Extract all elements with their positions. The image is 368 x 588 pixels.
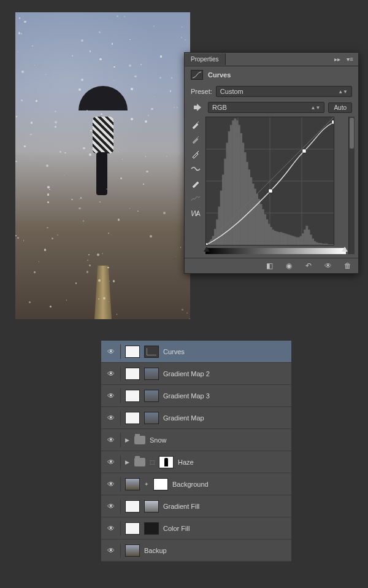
svg-rect-27 — [244, 152, 247, 245]
view-previous-icon[interactable]: ◉ — [283, 261, 294, 270]
layer-thumb[interactable] — [144, 390, 159, 402]
layer-row[interactable]: 👁Gradient Map 3 — [101, 385, 291, 407]
layer-name-label[interactable]: Gradient Map — [163, 414, 286, 422]
panel-footer: ◧ ◉ ↶ 👁 🗑 — [185, 258, 358, 273]
visibility-eye-icon[interactable]: 👁 — [106, 413, 116, 423]
svg-rect-14 — [218, 207, 221, 245]
free-curve-icon[interactable] — [190, 193, 202, 204]
clip-to-layer-icon[interactable]: ◧ — [264, 261, 275, 270]
mask-thumb[interactable] — [125, 522, 140, 535]
output-gradient[interactable] — [205, 248, 346, 254]
panel-tabbar: Properties ▸▸ ▾≡ — [185, 53, 358, 66]
layer-name-label[interactable]: Snow — [150, 436, 286, 444]
layer-row[interactable]: 👁Gradient Map 2 — [101, 363, 291, 385]
layer-thumb[interactable] — [125, 478, 140, 490]
folder-icon — [134, 458, 145, 466]
svg-rect-23 — [236, 120, 239, 245]
properties-panel: Properties ▸▸ ▾≡ Curves Preset: Custom ▲… — [184, 52, 359, 274]
layer-row[interactable]: 👁Gradient Map — [101, 407, 291, 429]
auto-button[interactable]: Auto — [328, 103, 352, 113]
link-icon[interactable]: ⬚ — [150, 459, 155, 465]
eyedropper-gray-icon[interactable] — [190, 134, 202, 145]
layer-name-label[interactable]: Background — [172, 481, 286, 488]
collapse-icon[interactable]: ▸▸ — [334, 56, 340, 63]
properties-tab[interactable]: Properties — [185, 53, 226, 65]
svg-rect-43 — [276, 231, 278, 245]
layer-name-label[interactable]: Haze — [178, 458, 286, 466]
layer-name-label[interactable]: Gradient Map 3 — [163, 392, 286, 400]
layer-name-label[interactable]: Curves — [163, 348, 286, 355]
svg-rect-36 — [262, 209, 264, 245]
layer-row[interactable]: 👁Backup — [101, 540, 291, 562]
svg-rect-55 — [300, 236, 302, 245]
layer-thumb[interactable] — [144, 500, 159, 513]
mask-thumb[interactable] — [125, 412, 140, 424]
visibility-eye-icon[interactable]: 👁 — [106, 546, 116, 555]
link-icon[interactable]: ✦ — [144, 481, 149, 487]
layer-thumb[interactable] — [144, 412, 159, 424]
svg-rect-61 — [312, 239, 314, 245]
preset-value: Custom — [220, 88, 243, 95]
curves-icon — [191, 70, 203, 80]
visibility-eye-icon[interactable]: 👁 — [106, 347, 116, 357]
mask-thumb[interactable] — [125, 500, 140, 513]
layer-row[interactable]: 👁✦Background — [101, 473, 291, 495]
svg-rect-68 — [326, 244, 328, 245]
layer-row[interactable]: 👁Curves — [101, 341, 291, 363]
reset-icon[interactable]: ↶ — [303, 261, 314, 270]
visibility-eye-icon[interactable]: 👁 — [106, 524, 116, 533]
channel-dropdown[interactable]: RGB ▲▼ — [208, 102, 324, 113]
mask-thumb[interactable] — [125, 390, 140, 402]
visibility-eye-icon[interactable]: 👁 — [106, 501, 116, 511]
layer-name-label[interactable]: Gradient Map 2 — [163, 370, 286, 377]
eyedropper-black-icon[interactable] — [190, 119, 202, 130]
mask-thumb[interactable] — [125, 368, 140, 380]
toggle-visibility-icon[interactable]: 👁 — [323, 261, 334, 270]
pencil-icon[interactable] — [190, 178, 202, 189]
disclosure-icon[interactable]: ▶ — [125, 459, 130, 465]
mask-thumb[interactable] — [125, 346, 140, 358]
visibility-eye-icon[interactable]: 👁 — [106, 479, 116, 489]
svg-rect-73 — [206, 243, 208, 245]
layer-thumb[interactable] — [125, 544, 140, 557]
layer-name-label[interactable]: Color Fill — [163, 525, 286, 532]
layer-row[interactable]: 👁Color Fill — [101, 517, 291, 540]
panel-menu-icon[interactable]: ▾≡ — [347, 56, 353, 63]
disclosure-icon[interactable]: ▶ — [125, 437, 130, 443]
smooth-curve-icon[interactable] — [190, 163, 202, 174]
eyedropper-white-icon[interactable] — [190, 149, 202, 160]
svg-rect-69 — [328, 244, 330, 245]
svg-rect-40 — [270, 227, 272, 245]
svg-rect-33 — [256, 194, 258, 245]
layer-row[interactable]: 👁▶⬚Haze — [101, 451, 291, 473]
curves-graph[interactable] — [205, 117, 334, 246]
layer-name-label[interactable]: Gradient Fill — [163, 503, 286, 510]
visibility-eye-icon[interactable]: 👁 — [106, 457, 116, 467]
delete-icon[interactable]: 🗑 — [342, 261, 353, 270]
layer-row[interactable]: 👁▶Snow — [101, 429, 291, 451]
visibility-eye-icon[interactable]: 👁 — [106, 435, 116, 445]
svg-rect-47 — [284, 233, 286, 245]
svg-rect-75 — [302, 149, 306, 153]
svg-rect-49 — [288, 234, 290, 245]
preset-dropdown[interactable]: Custom ▲▼ — [216, 86, 352, 97]
layer-thumb[interactable] — [144, 368, 159, 380]
canvas-preview — [15, 12, 190, 319]
mask-thumb[interactable] — [159, 456, 174, 468]
svg-rect-34 — [258, 199, 261, 245]
layer-thumb[interactable] — [144, 522, 159, 535]
layer-thumb[interactable] — [144, 346, 159, 358]
targeted-adjust-icon[interactable] — [191, 102, 204, 113]
layer-name-label[interactable]: Backup — [144, 547, 286, 554]
svg-rect-66 — [322, 244, 324, 245]
mask-thumb[interactable] — [153, 478, 168, 490]
svg-rect-44 — [278, 232, 280, 245]
visibility-eye-icon[interactable]: 👁 — [106, 391, 116, 401]
panel-scrollbar[interactable] — [348, 117, 355, 254]
svg-rect-42 — [274, 231, 277, 245]
svg-rect-37 — [264, 214, 266, 245]
wrap-icon[interactable]: WA — [190, 207, 202, 219]
visibility-eye-icon[interactable]: 👁 — [106, 369, 116, 379]
svg-rect-31 — [252, 184, 255, 245]
layer-row[interactable]: 👁Gradient Fill — [101, 495, 291, 517]
